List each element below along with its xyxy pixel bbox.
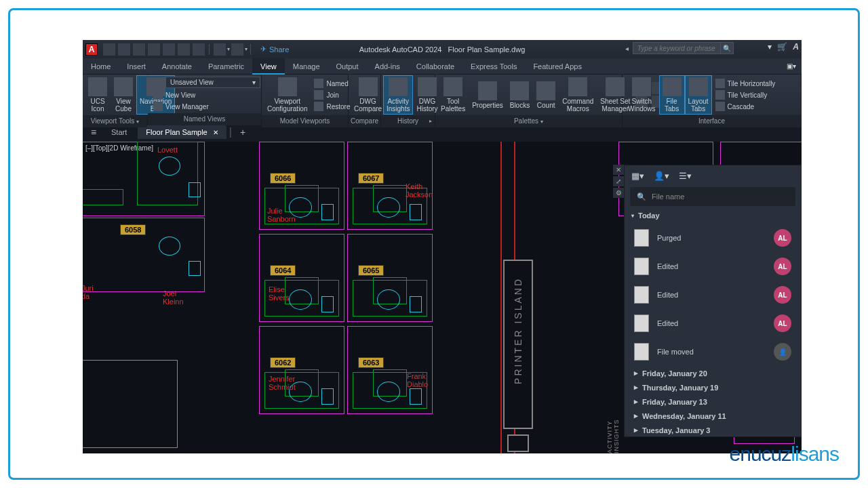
panel-viewport-tools[interactable]: Viewport Tools bbox=[83, 115, 147, 127]
tab-home[interactable]: Home bbox=[83, 58, 119, 75]
activity-item[interactable]: Edited AL bbox=[625, 309, 801, 338]
file-icon bbox=[634, 229, 649, 247]
tab-view[interactable]: View bbox=[252, 58, 285, 75]
activity-date-group[interactable]: ▸Tuesday, January 3 bbox=[625, 423, 801, 437]
activity-date-group[interactable]: ▸Friday, January 13 bbox=[625, 394, 801, 409]
activity-item[interactable]: File moved 👤 bbox=[625, 338, 801, 366]
ucs-icon-button[interactable]: UCS Icon bbox=[85, 76, 110, 114]
room-number: 6064 bbox=[270, 265, 296, 276]
activity-item[interactable]: Edited AL bbox=[625, 252, 801, 281]
qat-undo-icon[interactable] bbox=[214, 43, 226, 56]
qat-print-icon[interactable] bbox=[193, 43, 205, 56]
ribbon: UCS Icon View Cube Navigation Bar Viewpo… bbox=[83, 75, 802, 123]
room-number: 6067 bbox=[358, 173, 384, 184]
qat-redo-icon[interactable] bbox=[231, 43, 243, 56]
occupant-name: Jennifer Schmidt bbox=[269, 375, 296, 391]
grid-view-icon[interactable]: ▦▾ bbox=[631, 171, 644, 181]
panel-history[interactable]: History bbox=[381, 115, 435, 127]
tab-parametric[interactable]: Parametric bbox=[200, 58, 252, 75]
join-vp-button[interactable]: Join bbox=[311, 89, 353, 100]
room-number: 6058 bbox=[120, 224, 146, 235]
restore-vp-button[interactable]: Restore bbox=[311, 101, 353, 112]
activity-item[interactable]: Purged AL bbox=[625, 224, 801, 252]
hamburger-icon[interactable]: ≡ bbox=[87, 127, 100, 138]
view-combo[interactable]: Unsaved View▾ bbox=[165, 77, 260, 88]
user-filter-icon[interactable]: 👤▾ bbox=[654, 171, 669, 181]
activity-search[interactable]: 🔍 File name bbox=[630, 187, 795, 206]
panel-close-icon[interactable]: ✕ bbox=[613, 165, 624, 175]
occupant-name: Keith Jackson bbox=[406, 182, 433, 199]
file-tabs-button[interactable]: File Tabs bbox=[660, 76, 684, 114]
tab-insert[interactable]: Insert bbox=[119, 58, 154, 75]
activity-insights-button[interactable]: Activity Insights bbox=[384, 76, 412, 114]
avatar: AL bbox=[774, 286, 791, 304]
tab-collaborate[interactable]: Collaborate bbox=[408, 58, 462, 75]
ribbon-expand-icon[interactable]: ▣▾ bbox=[781, 62, 802, 70]
avatar: 👤 bbox=[774, 343, 791, 361]
activity-item[interactable]: Edited AL bbox=[625, 281, 801, 309]
qat-new-icon[interactable] bbox=[103, 43, 115, 56]
avatar: AL bbox=[774, 229, 791, 247]
share-button[interactable]: ✈Share bbox=[260, 45, 289, 54]
qat-plot-icon[interactable] bbox=[178, 43, 190, 56]
room-number: 6062 bbox=[270, 357, 296, 368]
viewport-config-button[interactable]: Viewport Configuration bbox=[264, 76, 310, 114]
search-icon[interactable]: 🔍 bbox=[720, 42, 734, 54]
help-icon[interactable]: A bbox=[793, 42, 799, 52]
panel-palettes[interactable]: Palettes bbox=[435, 115, 622, 127]
room-number: 6066 bbox=[270, 173, 296, 184]
tile-horizontal-button[interactable]: Tile Horizontally bbox=[713, 78, 778, 89]
avatar: AL bbox=[774, 258, 791, 275]
view-manager-button[interactable]: View Manager bbox=[151, 101, 212, 112]
activity-date-group[interactable]: ▸Thursday, January 19 bbox=[625, 380, 801, 394]
drawing-canvas[interactable]: [–][Top][2D Wireframe] PRINTER ISLAND bbox=[83, 142, 802, 453]
panel-dock-icon[interactable]: ⤢ bbox=[613, 176, 624, 186]
search-icon: 🔍 bbox=[637, 192, 646, 201]
switch-windows-button[interactable]: Switch Windows bbox=[625, 76, 658, 114]
activity-group-today[interactable]: ▾Today bbox=[625, 207, 801, 224]
properties-button[interactable]: Properties bbox=[469, 80, 506, 110]
named-vp-button[interactable]: Named bbox=[311, 78, 353, 89]
tab-manage[interactable]: Manage bbox=[285, 58, 328, 75]
qat-saveas-icon[interactable] bbox=[148, 43, 160, 56]
blocks-button[interactable]: Blocks bbox=[507, 80, 532, 110]
viewcube-button[interactable]: View Cube bbox=[111, 76, 136, 114]
tile-vertical-button[interactable]: Tile Vertically bbox=[713, 89, 778, 100]
occupant-name: Frank Diablo bbox=[407, 372, 428, 388]
panel-interface: Interface bbox=[623, 115, 801, 127]
cascade-button[interactable]: Cascade bbox=[713, 101, 778, 112]
occupant-name: Lovett bbox=[157, 146, 178, 154]
tab-output[interactable]: Output bbox=[328, 58, 367, 75]
qat-open-icon[interactable] bbox=[118, 43, 130, 56]
file-tab-active[interactable]: Floor Plan Sample✕ bbox=[138, 125, 226, 139]
panel-settings-icon[interactable]: ⚙ bbox=[613, 188, 624, 198]
layout-tabs-button[interactable]: Layout Tabs bbox=[686, 76, 711, 114]
activity-panel-title: ACTIVITY INSIGHTS bbox=[606, 399, 620, 453]
new-tab-button[interactable]: + bbox=[235, 127, 251, 138]
panel-compare: Compare bbox=[349, 115, 380, 127]
signin-icon[interactable]: ▾ bbox=[768, 42, 772, 52]
search-input[interactable] bbox=[633, 42, 721, 54]
count-button[interactable]: Count bbox=[534, 80, 558, 110]
list-options-icon[interactable]: ☰▾ bbox=[679, 171, 692, 181]
command-macros-button[interactable]: Command Macros bbox=[559, 76, 596, 114]
file-icon bbox=[634, 258, 649, 275]
app-icon[interactable]: A bbox=[85, 43, 98, 56]
tab-annotate[interactable]: Annotate bbox=[154, 58, 200, 75]
tool-palettes-button[interactable]: Tool Palettes bbox=[438, 76, 468, 114]
activity-date-group[interactable]: ▸Friday, January 20 bbox=[625, 366, 801, 380]
titlebar: A ▾ ▾ ✈Share Autodesk AutoCAD 2024 Floor… bbox=[83, 40, 802, 58]
activity-date-group[interactable]: ▸Wednesday, January 11 bbox=[625, 409, 801, 423]
cart-icon[interactable]: 🛒 bbox=[777, 42, 787, 52]
activity-insights-panel: ▦▾ 👤▾ ☰▾ 🔍 File name ▾Today Purged AL Ed… bbox=[624, 165, 802, 437]
share-icon: ✈ bbox=[260, 45, 267, 54]
file-icon bbox=[634, 286, 649, 304]
dwg-compare-button[interactable]: DWG Compare bbox=[351, 76, 384, 114]
new-view-button[interactable]: New View bbox=[151, 89, 198, 100]
tab-featured[interactable]: Featured Apps bbox=[525, 58, 590, 75]
qat-web-icon[interactable] bbox=[163, 43, 175, 56]
qat-save-icon[interactable] bbox=[133, 43, 145, 56]
tab-express[interactable]: Express Tools bbox=[462, 58, 525, 75]
close-icon[interactable]: ✕ bbox=[213, 129, 218, 136]
tab-addins[interactable]: Add-ins bbox=[367, 58, 408, 75]
